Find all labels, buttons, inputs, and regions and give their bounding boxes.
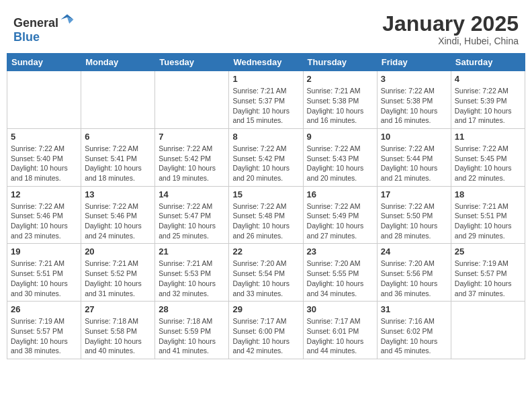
day-info: Sunrise: 7:20 AM Sunset: 5:55 PM Dayligh…: [307, 259, 373, 298]
day-info: Sunrise: 7:22 AM Sunset: 5:42 PM Dayligh…: [232, 144, 299, 183]
day-number: 25: [455, 246, 521, 257]
day-number: 29: [232, 304, 299, 314]
header-tuesday: Tuesday: [155, 54, 229, 71]
calendar-cell: 10Sunrise: 7:22 AM Sunset: 5:44 PM Dayli…: [377, 128, 451, 186]
day-info: Sunrise: 7:21 AM Sunset: 5:37 PM Dayligh…: [232, 86, 299, 126]
day-number: 3: [381, 74, 447, 84]
day-info: Sunrise: 7:22 AM Sunset: 5:50 PM Dayligh…: [381, 201, 447, 241]
day-number: 15: [232, 189, 299, 199]
calendar-header-row: Sunday Monday Tuesday Wednesday Thursday…: [7, 54, 525, 71]
day-info: Sunrise: 7:22 AM Sunset: 5:39 PM Dayligh…: [455, 86, 521, 126]
day-number: 6: [85, 132, 151, 142]
day-number: 28: [159, 304, 225, 314]
day-number: 11: [455, 132, 521, 142]
calendar-cell: 9Sunrise: 7:22 AM Sunset: 5:43 PM Daylig…: [303, 128, 377, 186]
day-info: Sunrise: 7:18 AM Sunset: 5:58 PM Dayligh…: [85, 316, 151, 356]
day-info: Sunrise: 7:22 AM Sunset: 5:38 PM Dayligh…: [381, 86, 447, 126]
day-number: 27: [85, 304, 151, 314]
calendar-cell: [155, 71, 229, 129]
day-number: 17: [381, 189, 447, 199]
calendar-cell: 6Sunrise: 7:22 AM Sunset: 5:41 PM Daylig…: [81, 128, 155, 186]
calendar-cell: 28Sunrise: 7:18 AM Sunset: 5:59 PM Dayli…: [155, 302, 229, 359]
day-info: Sunrise: 7:18 AM Sunset: 5:59 PM Dayligh…: [159, 316, 225, 356]
day-info: Sunrise: 7:22 AM Sunset: 5:49 PM Dayligh…: [307, 201, 373, 241]
calendar-cell: 5Sunrise: 7:22 AM Sunset: 5:40 PM Daylig…: [7, 128, 81, 186]
calendar-cell: 30Sunrise: 7:17 AM Sunset: 6:01 PM Dayli…: [303, 302, 377, 359]
day-number: 20: [85, 246, 151, 257]
location-subtitle: Xindi, Hubei, China: [382, 36, 519, 46]
calendar-cell: 29Sunrise: 7:17 AM Sunset: 6:00 PM Dayli…: [229, 302, 303, 359]
header-saturday: Saturday: [451, 54, 525, 71]
calendar-cell: [81, 71, 155, 129]
day-info: Sunrise: 7:17 AM Sunset: 6:00 PM Dayligh…: [232, 316, 299, 356]
calendar-cell: 7Sunrise: 7:22 AM Sunset: 5:42 PM Daylig…: [155, 128, 229, 186]
day-info: Sunrise: 7:22 AM Sunset: 5:42 PM Dayligh…: [159, 144, 225, 183]
calendar-cell: [7, 71, 81, 129]
calendar-table: Sunday Monday Tuesday Wednesday Thursday…: [7, 53, 525, 359]
day-info: Sunrise: 7:22 AM Sunset: 5:43 PM Dayligh…: [307, 144, 373, 183]
week-row-2: 5Sunrise: 7:22 AM Sunset: 5:40 PM Daylig…: [7, 128, 525, 186]
svg-marker-0: [61, 14, 74, 19]
day-info: Sunrise: 7:21 AM Sunset: 5:51 PM Dayligh…: [11, 259, 77, 298]
logo-bird-icon: [60, 12, 75, 27]
day-number: 2: [307, 74, 373, 84]
week-row-3: 12Sunrise: 7:22 AM Sunset: 5:46 PM Dayli…: [7, 186, 525, 244]
day-info: Sunrise: 7:22 AM Sunset: 5:40 PM Dayligh…: [11, 144, 77, 183]
day-number: 14: [159, 189, 225, 199]
day-info: Sunrise: 7:16 AM Sunset: 6:02 PM Dayligh…: [381, 316, 447, 356]
calendar-cell: 23Sunrise: 7:20 AM Sunset: 5:55 PM Dayli…: [303, 244, 377, 302]
calendar-cell: 4Sunrise: 7:22 AM Sunset: 5:39 PM Daylig…: [451, 71, 525, 129]
day-number: 26: [11, 304, 77, 314]
calendar-cell: 21Sunrise: 7:21 AM Sunset: 5:53 PM Dayli…: [155, 244, 229, 302]
calendar-cell: 14Sunrise: 7:22 AM Sunset: 5:47 PM Dayli…: [155, 186, 229, 244]
logo-text: General Blue: [13, 12, 75, 44]
day-number: 21: [159, 246, 225, 257]
header-sunday: Sunday: [7, 54, 81, 71]
calendar-cell: 12Sunrise: 7:22 AM Sunset: 5:46 PM Dayli…: [7, 186, 81, 244]
logo-general: General: [13, 16, 58, 30]
day-info: Sunrise: 7:19 AM Sunset: 5:57 PM Dayligh…: [455, 259, 521, 298]
header-wednesday: Wednesday: [229, 54, 303, 71]
day-info: Sunrise: 7:21 AM Sunset: 5:52 PM Dayligh…: [85, 259, 151, 298]
day-info: Sunrise: 7:21 AM Sunset: 5:53 PM Dayligh…: [159, 259, 225, 298]
calendar-cell: 27Sunrise: 7:18 AM Sunset: 5:58 PM Dayli…: [81, 302, 155, 359]
day-number: 1: [232, 74, 299, 84]
header-thursday: Thursday: [303, 54, 377, 71]
day-number: 31: [381, 304, 447, 314]
page-header: General Blue January 2025 Xindi, Hubei, …: [7, 7, 525, 49]
day-info: Sunrise: 7:22 AM Sunset: 5:45 PM Dayligh…: [455, 144, 521, 183]
day-info: Sunrise: 7:21 AM Sunset: 5:51 PM Dayligh…: [455, 201, 521, 241]
calendar-cell: 8Sunrise: 7:22 AM Sunset: 5:42 PM Daylig…: [229, 128, 303, 186]
title-area: January 2025 Xindi, Hubei, China: [382, 12, 519, 46]
day-number: 19: [11, 246, 77, 257]
day-info: Sunrise: 7:17 AM Sunset: 6:01 PM Dayligh…: [307, 316, 373, 356]
logo: General Blue: [13, 12, 75, 44]
week-row-4: 19Sunrise: 7:21 AM Sunset: 5:51 PM Dayli…: [7, 244, 525, 302]
calendar-cell: 26Sunrise: 7:19 AM Sunset: 5:57 PM Dayli…: [7, 302, 81, 359]
month-title: January 2025: [382, 12, 519, 36]
day-number: 22: [232, 246, 299, 257]
day-number: 24: [381, 246, 447, 257]
calendar-cell: 3Sunrise: 7:22 AM Sunset: 5:38 PM Daylig…: [377, 71, 451, 129]
header-friday: Friday: [377, 54, 451, 71]
day-number: 12: [11, 189, 77, 199]
day-info: Sunrise: 7:22 AM Sunset: 5:47 PM Dayligh…: [159, 201, 225, 241]
calendar-cell: 17Sunrise: 7:22 AM Sunset: 5:50 PM Dayli…: [377, 186, 451, 244]
calendar-cell: 2Sunrise: 7:21 AM Sunset: 5:38 PM Daylig…: [303, 71, 377, 129]
header-monday: Monday: [81, 54, 155, 71]
day-info: Sunrise: 7:20 AM Sunset: 5:56 PM Dayligh…: [381, 259, 447, 298]
week-row-1: 1Sunrise: 7:21 AM Sunset: 5:37 PM Daylig…: [7, 71, 525, 129]
logo-blue: Blue: [13, 30, 40, 44]
calendar-cell: 31Sunrise: 7:16 AM Sunset: 6:02 PM Dayli…: [377, 302, 451, 359]
calendar-cell: 16Sunrise: 7:22 AM Sunset: 5:49 PM Dayli…: [303, 186, 377, 244]
calendar-cell: 19Sunrise: 7:21 AM Sunset: 5:51 PM Dayli…: [7, 244, 81, 302]
day-info: Sunrise: 7:22 AM Sunset: 5:48 PM Dayligh…: [232, 201, 299, 241]
day-info: Sunrise: 7:22 AM Sunset: 5:46 PM Dayligh…: [11, 201, 77, 241]
day-info: Sunrise: 7:22 AM Sunset: 5:46 PM Dayligh…: [85, 201, 151, 241]
calendar-cell: 25Sunrise: 7:19 AM Sunset: 5:57 PM Dayli…: [451, 244, 525, 302]
day-info: Sunrise: 7:21 AM Sunset: 5:38 PM Dayligh…: [307, 86, 373, 126]
day-number: 18: [455, 189, 521, 199]
day-number: 7: [159, 132, 225, 142]
calendar-cell: 24Sunrise: 7:20 AM Sunset: 5:56 PM Dayli…: [377, 244, 451, 302]
day-number: 10: [381, 132, 447, 142]
